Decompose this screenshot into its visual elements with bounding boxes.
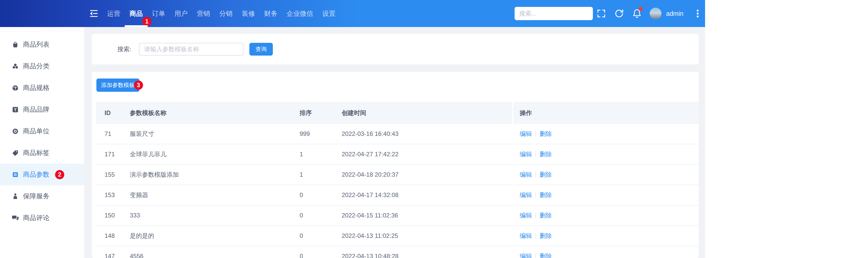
- action-divider: [535, 192, 536, 198]
- notification-bell-icon[interactable]: [632, 8, 642, 19]
- column-header-sort: 排序: [300, 109, 342, 117]
- edit-link[interactable]: 编辑: [520, 232, 532, 239]
- sidebar-item-label: 商品规格: [23, 84, 50, 92]
- cell-created: 2022-04-13 11:02:25: [342, 232, 520, 239]
- top-menu-label: 设置: [322, 10, 336, 17]
- comments-icon: [12, 215, 19, 222]
- edit-link[interactable]: 编辑: [520, 253, 532, 258]
- top-menu-item-users[interactable]: 用户: [175, 0, 188, 27]
- action-divider: [535, 232, 536, 238]
- sidebar-item-product-spec[interactable]: 商品规格: [0, 77, 84, 99]
- topbar-search-input[interactable]: [515, 7, 593, 20]
- top-menu-item-settings[interactable]: 设置: [322, 0, 336, 27]
- sidebar-divider: [0, 31, 84, 31]
- edit-link[interactable]: 编辑: [520, 151, 532, 158]
- app-window: 运营 商品 1 订单 用户 营销 分销 装修 财务 企业微信 设置: [0, 0, 868, 258]
- sidebar-item-label: 商品标签: [23, 149, 50, 157]
- top-menu-item-marketing[interactable]: 营销: [197, 0, 210, 27]
- cell-id: 153: [96, 191, 130, 199]
- cell-actions: 编辑删除: [520, 232, 699, 240]
- top-menu-item-goods[interactable]: 商品 1: [129, 0, 143, 27]
- top-menu-label: 装修: [242, 10, 255, 17]
- top-menu-item-orders[interactable]: 订单: [152, 0, 165, 27]
- top-menu-item-distribution[interactable]: 分销: [219, 0, 232, 27]
- delete-link[interactable]: 删除: [539, 253, 552, 258]
- table-row: 155 演示参数模版添加 1 2022-04-18 20:20:37 编辑删除: [96, 165, 699, 185]
- column-header-name: 参数模板名称: [130, 109, 300, 117]
- menu-fold-icon[interactable]: [89, 8, 99, 19]
- list-icon: [12, 171, 19, 178]
- table-row: 153 变频器 0 2022-04-17 14:32:08 编辑删除: [96, 185, 699, 205]
- refresh-icon[interactable]: [614, 8, 624, 19]
- cell-actions: 编辑删除: [520, 170, 699, 179]
- cell-sort: 0: [300, 232, 342, 239]
- top-menu-item-operations[interactable]: 运营: [107, 0, 120, 27]
- top-menu-label: 财务: [264, 10, 277, 17]
- username[interactable]: admin: [666, 0, 683, 27]
- cell-id: 71: [96, 130, 130, 137]
- sidebar-item-product-params[interactable]: 商品参数 2: [0, 164, 84, 185]
- edit-link[interactable]: 编辑: [520, 212, 532, 219]
- sidebar-item-label: 商品参数: [23, 170, 50, 179]
- cell-actions: 编辑删除: [520, 130, 699, 138]
- cell-created: 2022-04-13 10:48:28: [342, 253, 520, 258]
- step-badge-3: 3: [134, 80, 143, 90]
- cell-name: 4556: [130, 253, 300, 258]
- top-menu-label: 用户: [175, 10, 188, 17]
- sidebar-item-guarantee-service[interactable]: 保障服务: [0, 185, 84, 207]
- search-panel: 搜索: 查询: [92, 34, 699, 65]
- top-menu-label: 运营: [107, 10, 120, 17]
- top-menu-label: 分销: [219, 10, 232, 17]
- action-divider: [535, 212, 536, 218]
- delete-link[interactable]: 删除: [539, 171, 552, 178]
- action-divider: [535, 171, 536, 178]
- sidebar-item-label: 保障服务: [23, 192, 50, 201]
- top-menu-item-decoration[interactable]: 装修: [242, 0, 255, 27]
- delete-link[interactable]: 删除: [539, 130, 552, 137]
- top-menu-label: 企业微信: [287, 10, 313, 17]
- avatar[interactable]: [650, 8, 661, 20]
- sidebar-item-product-unit[interactable]: 商品单位: [0, 120, 84, 142]
- cell-created: 2022-04-17 14:32:08: [342, 191, 520, 199]
- add-param-template-button[interactable]: 添加参数模板: [96, 78, 140, 92]
- cell-actions: 编辑删除: [520, 191, 699, 199]
- delete-link[interactable]: 删除: [539, 212, 552, 219]
- more-menu-icon[interactable]: [692, 8, 703, 19]
- top-menu-item-finance[interactable]: 财务: [264, 0, 277, 27]
- table-row: 150 333 0 2022-04-15 11:02:36 编辑删除: [96, 205, 699, 226]
- cell-actions: 编辑删除: [520, 211, 699, 220]
- cell-id: 148: [96, 232, 130, 239]
- query-button[interactable]: 查询: [249, 43, 273, 56]
- fullscreen-icon[interactable]: [596, 8, 607, 19]
- delete-link[interactable]: 删除: [539, 151, 552, 158]
- sidebar-item-label: 商品分类: [23, 62, 50, 71]
- sidebar-item-product-list[interactable]: 商品列表: [0, 34, 84, 55]
- person-icon: [12, 193, 19, 200]
- edit-link[interactable]: 编辑: [520, 130, 532, 137]
- topbar: 运营 商品 1 订单 用户 营销 分销 装修 财务 企业微信 设置: [0, 0, 705, 27]
- cell-id: 147: [96, 253, 130, 258]
- cell-sort: 0: [300, 191, 342, 199]
- action-divider: [535, 131, 536, 137]
- edit-link[interactable]: 编辑: [520, 171, 532, 178]
- top-menu-item-wecom[interactable]: 企业微信: [287, 0, 313, 27]
- sidebar-item-product-tag[interactable]: 商品标签: [0, 142, 84, 164]
- sidebar-item-label: 商品单位: [23, 127, 50, 136]
- delete-link[interactable]: 删除: [539, 191, 552, 198]
- delete-link[interactable]: 删除: [539, 232, 552, 239]
- basket-icon: [12, 41, 19, 48]
- top-menu-label: 订单: [152, 10, 165, 17]
- sidebar-item-product-brand[interactable]: 商品品牌: [0, 99, 84, 120]
- sidebar-item-product-reviews[interactable]: 商品评论: [0, 207, 84, 229]
- main-content: 搜索: 查询 添加参数模板 3 ID 参数模板名称 排序 创建时间 操作 71 …: [84, 27, 705, 258]
- edit-link[interactable]: 编辑: [520, 191, 532, 198]
- cell-name: 服装尺寸: [130, 130, 300, 138]
- cell-sort: 0: [300, 212, 342, 219]
- cell-id: 171: [96, 151, 130, 158]
- cell-actions: 编辑删除: [520, 252, 699, 258]
- cell-name: 333: [130, 212, 300, 219]
- sidebar-item-product-category[interactable]: 商品分类: [0, 55, 84, 77]
- template-name-input[interactable]: [139, 43, 244, 56]
- cell-created: 2022-04-27 17:42:22: [342, 151, 520, 158]
- notification-dot: [639, 7, 643, 11]
